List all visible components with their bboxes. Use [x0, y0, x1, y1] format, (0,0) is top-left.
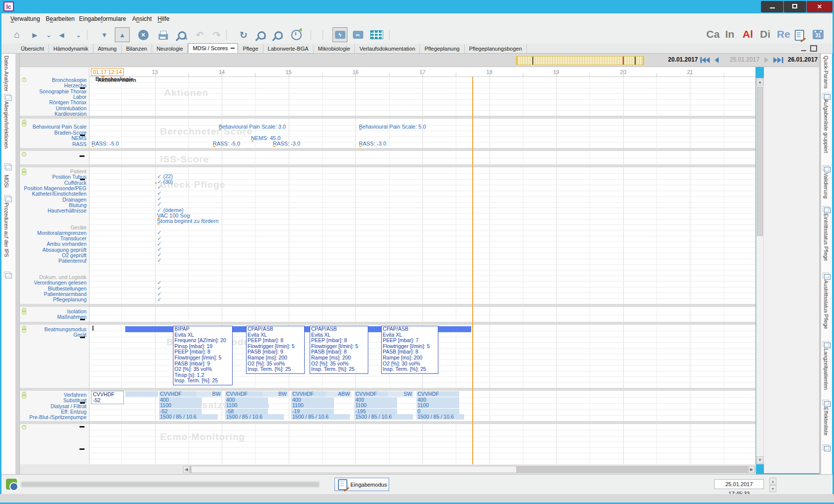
- close-button[interactable]: ×: [807, 1, 833, 12]
- ventilation-settings-box[interactable]: CPAP/ASBEvita XLPEEP [mbar]: 8Flowtrigge…: [246, 326, 305, 374]
- scroll-right-button[interactable]: ▶: [748, 466, 755, 473]
- renal-pump-cell[interactable]: 1500 / 85 / 10.6: [159, 414, 218, 420]
- quick-button-re[interactable]: Re: [777, 28, 790, 40]
- renal-entzug-cell[interactable]: -19: [291, 409, 334, 414]
- back-icon[interactable]: ◀: [54, 27, 69, 42]
- right-tab-validierung[interactable]: Validierung: [823, 173, 829, 199]
- quick-button-al[interactable]: Al: [743, 28, 753, 40]
- tab-mikrobiologie[interactable]: Mikrobiologie: [314, 44, 355, 53]
- collapse-dash[interactable]: [80, 155, 84, 157]
- renal-mode-cell[interactable]: SW: [388, 391, 414, 397]
- renal-dialysat-cell[interactable]: 1100: [159, 403, 202, 408]
- maximize-button[interactable]: [784, 1, 806, 12]
- scroll-left-button[interactable]: ◀: [183, 466, 190, 473]
- left-tab-mdsi[interactable]: MDSi: [3, 175, 9, 188]
- check-entry[interactable]: ✓: [157, 296, 162, 303]
- data-entry[interactable]: Behavioural Pain Scale: 3.0: [219, 124, 286, 130]
- forward-icon[interactable]: ▶: [27, 27, 42, 42]
- row-label-röntgen-thorax[interactable]: Röntgen Thorax: [49, 99, 86, 105]
- print-icon[interactable]: [156, 27, 170, 42]
- skip-to-end-icon[interactable]: [773, 57, 777, 63]
- panel-icon[interactable]: [5, 165, 12, 170]
- close-record-icon[interactable]: ×: [136, 27, 151, 42]
- data-entry[interactable]: RASS: -3.0: [359, 141, 386, 146]
- renal-mode-cell[interactable]: ABW: [326, 391, 351, 397]
- right-tab-eintrittsstatus-pflege[interactable]: Eintrittsstatus Pflege: [823, 214, 829, 261]
- left-tab-daten-analyzer[interactable]: Daten-Analyzer: [3, 56, 9, 91]
- time-cursor-line[interactable]: [472, 77, 473, 464]
- panel-icon[interactable]: [824, 208, 831, 213]
- pane-restore-icon[interactable]: [810, 45, 817, 52]
- panel-icon[interactable]: [824, 446, 831, 451]
- tab-übersicht[interactable]: Übersicht: [16, 44, 49, 53]
- timeline-grid[interactable]: 131415161718192021BronchoskopieAktionen …: [89, 67, 755, 466]
- renal-entzug-cell[interactable]: -195: [354, 409, 397, 414]
- pane-minimize-icon[interactable]: [801, 45, 806, 51]
- menu-eingabeformulare[interactable]: Eingabeformulare: [79, 15, 126, 22]
- row-label-behavioural-pain-scale[interactable]: Behavioural Pain Scale: [32, 124, 86, 130]
- skip-to-end-icon[interactable]: [777, 57, 781, 63]
- window-link-icon[interactable]: ∞: [350, 27, 365, 42]
- tab-mdsi-scores[interactable]: MDSi / Scores: [188, 43, 238, 53]
- renal-substituat-cell[interactable]: 400: [291, 397, 334, 403]
- panel-icon[interactable]: [5, 273, 12, 279]
- menu-bearbeiten[interactable]: Bearbeiten: [46, 15, 75, 22]
- horizontal-scrollbar[interactable]: ◀ ▶: [183, 466, 755, 473]
- tab-pflegeplanungsbogen[interactable]: Pflegeplanungsbogen: [465, 44, 527, 53]
- menu-hilfe[interactable]: Hilfe: [158, 15, 169, 22]
- scroll-up-button[interactable]: ▲: [756, 78, 763, 86]
- panel-icon[interactable]: [824, 274, 831, 280]
- tab-pflege[interactable]: Pflege: [238, 44, 263, 53]
- window-flash-icon[interactable]: ϟ: [333, 27, 347, 42]
- ventilation-settings-box[interactable]: BIPAPEvita XLFrequenz [AZ/min]: 20Pinsp …: [173, 326, 233, 385]
- quick-button-in[interactable]: In: [725, 28, 735, 40]
- renal-method-cell[interactable]: CVVHDF: [225, 391, 268, 397]
- panel-icon[interactable]: [5, 95, 12, 101]
- right-tab-effektenliste[interactable]: Effektenliste: [823, 407, 829, 435]
- ventilation-settings-box[interactable]: CPAP/ASBEvita XLPEEP [mbar]: 8Flowtrigge…: [310, 326, 368, 374]
- check-entry[interactable]: ✓: [157, 257, 162, 264]
- menu-ansicht[interactable]: Ansicht: [132, 15, 152, 22]
- ventilation-settings-box[interactable]: CPAP/ASBEvita XLPEEP [mbar]: 7Flowtrigge…: [381, 326, 438, 374]
- panel-icon[interactable]: [824, 343, 831, 348]
- tab-pflegeplanung[interactable]: Pflegeplanung: [420, 44, 464, 53]
- vertical-scroll-thumb[interactable]: [757, 87, 763, 236]
- renal-dialysat-cell[interactable]: 1100: [225, 403, 268, 408]
- collapse-dash[interactable]: [80, 179, 85, 180]
- tab-atmung[interactable]: Atmung: [93, 44, 122, 53]
- tab-neurologie[interactable]: Neurologie: [152, 44, 188, 53]
- row-label-ambu-vorhanden[interactable]: Ambu vorhanden: [47, 241, 86, 247]
- row-label-hautverhältnisse[interactable]: Hautverhältnisse: [48, 208, 86, 214]
- next-day-icon[interactable]: [764, 57, 768, 63]
- tab-hämodynamik[interactable]: Hämodynamik: [49, 44, 93, 53]
- renal-mode-cell[interactable]: BW: [196, 391, 222, 397]
- quick-button-ca[interactable]: Ca: [706, 28, 720, 40]
- renal-method-cell[interactable]: CVVHDF: [159, 391, 202, 397]
- status-scroll-up[interactable]: ▲: [769, 478, 776, 485]
- skip-to-start-icon[interactable]: [706, 57, 710, 63]
- collapse-dash[interactable]: [80, 448, 84, 450]
- history-clock-icon[interactable]: [289, 27, 304, 42]
- renal-pump-cell[interactable]: 1500 / 85 / 10.6: [354, 414, 413, 420]
- renal-pump-cell[interactable]: 1500 / 85 / 10.6: [417, 414, 464, 420]
- refresh-icon[interactable]: ↻: [236, 27, 251, 42]
- prev-day-icon[interactable]: [715, 57, 719, 63]
- row-label-pre-blut-spritzenpumpe[interactable]: Pre-Blut-/Spritzenpumpe: [29, 414, 86, 420]
- tab-verlaufsdokumentation[interactable]: Verlaufsdokumentation: [355, 44, 420, 53]
- data-entry[interactable]: RASS: -3.0: [273, 141, 300, 146]
- tab-bilanzen[interactable]: Bilanzen: [122, 44, 152, 53]
- panel-icon[interactable]: [824, 401, 831, 407]
- collapse-dash[interactable]: [80, 87, 85, 89]
- right-tab-quick-params[interactable]: Quick-Params: [823, 56, 829, 89]
- renal-substituat-cell[interactable]: 400: [354, 397, 397, 403]
- quick-button-di[interactable]: Di: [760, 28, 770, 40]
- menu-verwaltung[interactable]: Verwaltung: [10, 15, 40, 22]
- renal-dialysat-cell[interactable]: 1100: [291, 403, 334, 408]
- row-label-verordnungen-gelesen[interactable]: Verordnungen gelesen: [34, 280, 86, 286]
- renal-substituat-cell[interactable]: 400: [225, 397, 268, 403]
- data-entry[interactable]: RASS: -5.0: [91, 141, 119, 146]
- panel-icon[interactable]: [5, 197, 12, 202]
- table-grid-icon[interactable]: [369, 27, 384, 42]
- scroll-down-icon[interactable]: ▼: [97, 27, 112, 42]
- vertical-scrollbar[interactable]: ▲ ▼: [756, 78, 764, 464]
